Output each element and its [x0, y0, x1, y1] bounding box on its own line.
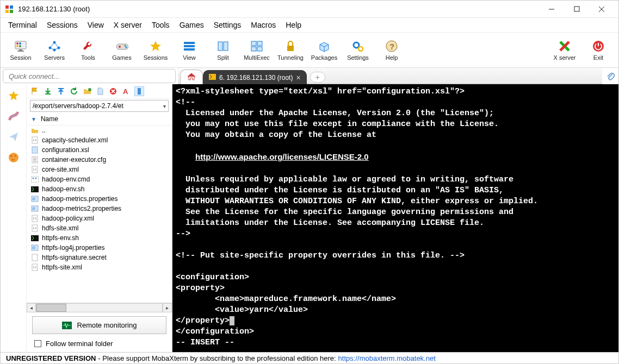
globe-icon[interactable] — [8, 152, 20, 164]
plus-icon: + — [315, 73, 320, 81]
toolbar-servers[interactable]: Servers — [38, 35, 71, 65]
terminal-pane[interactable]: <?xml-stylesheet type="text/xsl" href="c… — [172, 84, 618, 352]
delete-icon[interactable] — [108, 86, 118, 96]
file-row[interactable]: hadoop-env.sh — [27, 184, 172, 194]
toolbar-x-server[interactable]: X server — [548, 35, 581, 65]
scroll-track[interactable] — [36, 303, 163, 312]
scroll-thumb[interactable] — [36, 304, 66, 312]
maximize-button[interactable] — [564, 1, 589, 18]
menu-view[interactable]: View — [88, 21, 104, 29]
refresh-icon[interactable] — [69, 86, 79, 96]
menu-terminal[interactable]: Terminal — [8, 21, 37, 29]
file-row[interactable]: hadoop-metrics2.properties — [27, 204, 172, 214]
column-icon[interactable] — [134, 86, 144, 96]
file-row[interactable]: hdfs-site.xml — [27, 223, 172, 233]
follow-checkbox[interactable] — [34, 340, 41, 347]
toolbar-settings[interactable]: Settings — [341, 35, 375, 65]
download-icon[interactable] — [43, 86, 53, 96]
lock-icon — [284, 40, 297, 53]
scroll-left-icon[interactable]: ◂ — [27, 303, 36, 312]
toolbar-packages[interactable]: Packages — [307, 35, 341, 65]
menu-settings[interactable]: Settings — [214, 21, 242, 29]
file-type-icon — [31, 234, 39, 242]
status-link[interactable]: https://mobaxterm.mobatek.net — [338, 354, 436, 362]
app-icon — [5, 5, 14, 14]
file-list-header[interactable]: ▼ Name — [27, 113, 172, 125]
favorites-icon[interactable] — [8, 90, 20, 102]
attach-button[interactable] — [602, 68, 618, 84]
gamepad-icon — [115, 40, 128, 53]
svg-rect-5 — [574, 7, 579, 11]
menu-tools[interactable]: Tools — [152, 21, 170, 29]
menu-x-server[interactable]: X server — [114, 21, 142, 29]
file-row[interactable]: configuration.xsl — [27, 145, 172, 155]
session-tab[interactable]: 6. 192.168.121.130 (root) × — [203, 70, 307, 84]
file-type-icon — [31, 205, 39, 212]
new-file-icon[interactable] — [95, 86, 105, 96]
file-row[interactable]: httpfs-log4j.properties — [27, 243, 172, 253]
svg-point-35 — [358, 47, 363, 51]
file-type-icon — [31, 127, 39, 134]
svg-rect-31 — [251, 47, 256, 51]
tabs-row: 6. 192.168.121.130 (root) × + — [1, 68, 618, 84]
file-name: hadoop-env.cmd — [42, 175, 90, 183]
file-row[interactable]: hadoop-policy.xml — [27, 214, 172, 223]
file-row[interactable]: capacity-scheduler.xml — [27, 135, 172, 145]
toolbar-sessions[interactable]: Sessions — [139, 35, 172, 65]
new-tab-button[interactable]: + — [310, 72, 325, 83]
toolbar-games[interactable]: Games — [105, 35, 139, 65]
follow-terminal-row[interactable]: Follow terminal folder — [27, 337, 172, 352]
menu-games[interactable]: Games — [179, 21, 204, 29]
toolbar-help[interactable]: ?Help — [375, 35, 408, 65]
file-type-icon — [31, 263, 39, 271]
tools-rail-icon[interactable] — [8, 110, 20, 122]
scroll-right-icon[interactable]: ▸ — [163, 303, 172, 312]
minimize-button[interactable] — [539, 1, 564, 18]
send-icon[interactable] — [8, 131, 20, 143]
home-tab[interactable] — [180, 70, 203, 84]
file-row[interactable]: hadoop-env.cmd — [27, 174, 172, 184]
svg-point-14 — [16, 45, 18, 47]
list-icon — [183, 40, 196, 53]
svg-rect-62 — [31, 235, 39, 241]
svg-rect-11 — [17, 51, 24, 52]
svg-rect-1 — [10, 5, 13, 9]
file-row[interactable]: httpfs-site.xml — [27, 262, 172, 272]
remote-monitoring-button[interactable]: Remote monitoring — [32, 316, 166, 334]
horizontal-scrollbar[interactable]: ◂ ▸ — [27, 303, 172, 312]
path-input[interactable]: /export/servers/hadoop-2.7.4/et ▾ — [30, 100, 169, 112]
toolbar-tunneling[interactable]: Tunneling — [274, 35, 307, 65]
close-button[interactable] — [589, 1, 614, 18]
file-row[interactable]: container-executor.cfg — [27, 155, 172, 165]
file-toolbar: A — [27, 84, 172, 99]
new-folder-icon[interactable] — [82, 86, 92, 96]
menu-macros[interactable]: Macros — [251, 21, 276, 29]
file-row[interactable]: core-site.xml — [27, 165, 172, 174]
upload-icon[interactable] — [56, 86, 66, 96]
menu-sessions[interactable]: Sessions — [47, 21, 78, 29]
toolbar-session[interactable]: Session — [4, 35, 38, 65]
toolbar-multiexec[interactable]: MultiExec — [240, 35, 274, 65]
file-row[interactable]: httpfs-signature.secret — [27, 253, 172, 262]
file-type-icon — [31, 244, 39, 252]
file-type-icon — [31, 254, 39, 261]
toolbar-split[interactable]: Split — [206, 35, 240, 65]
quick-connect-input[interactable] — [3, 69, 176, 83]
file-row[interactable]: httpfs-env.sh — [27, 233, 172, 243]
tab-close-icon[interactable]: × — [296, 73, 300, 82]
svg-rect-28 — [224, 42, 228, 51]
menu-help[interactable]: Help — [286, 21, 301, 29]
svg-rect-26 — [184, 48, 195, 51]
svg-point-13 — [19, 42, 21, 45]
file-row[interactable]: .. — [27, 125, 172, 135]
dropdown-caret-icon[interactable]: ▾ — [163, 103, 166, 109]
toolbar-exit[interactable]: Exit — [581, 35, 615, 65]
svg-point-22 — [125, 45, 126, 46]
flag-icon[interactable] — [30, 86, 40, 96]
file-list[interactable]: ..capacity-scheduler.xmlconfiguration.xs… — [27, 125, 172, 303]
toolbar-tools[interactable]: Tools — [71, 35, 105, 65]
file-row[interactable]: hadoop-metrics.properties — [27, 194, 172, 204]
menu-bar: TerminalSessionsViewX serverToolsGamesSe… — [1, 18, 618, 33]
font-icon[interactable]: A — [121, 86, 131, 96]
toolbar-view[interactable]: View — [172, 35, 206, 65]
